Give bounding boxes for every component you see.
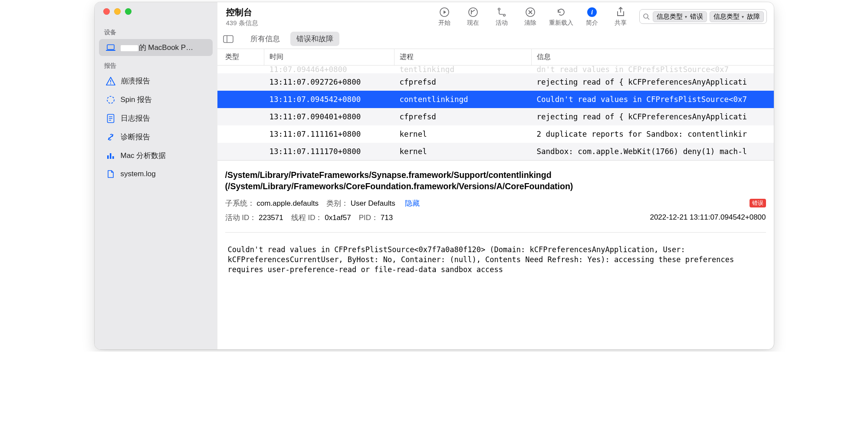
tools-icon: [106, 132, 115, 142]
svg-rect-1: [106, 50, 115, 51]
toolbar-clear[interactable]: 清除: [520, 6, 540, 27]
main-panel: 控制台 439 条信息 开始 现在 活动 清除 重新载入: [217, 2, 774, 349]
toolbar-activity[interactable]: 活动: [492, 6, 512, 27]
cell-time: 11:07.094464+0800: [264, 66, 395, 73]
minimize-button[interactable]: [114, 8, 121, 15]
toolbar-reload[interactable]: 重新载入: [549, 6, 573, 27]
category-label: 类别：: [326, 199, 349, 207]
zoom-button[interactable]: [125, 8, 132, 15]
search-field[interactable]: 信息类型 ▾ 错误 信息类型 ▾ 故障: [639, 9, 767, 24]
sidebar-toggle[interactable]: [223, 34, 234, 44]
close-button[interactable]: [103, 8, 110, 15]
hide-link[interactable]: 隐藏: [405, 198, 420, 208]
table-row[interactable]: 11:07.094464+0800tentlinkingddn't read v…: [217, 66, 774, 73]
svg-point-14: [498, 8, 500, 10]
search-token-1[interactable]: 信息类型 ▾ 错误: [653, 11, 707, 22]
cell-process: contentlinkingd: [395, 95, 532, 104]
redacted-name: [121, 45, 138, 51]
chart-icon: [106, 151, 115, 161]
divider: [225, 232, 766, 233]
toolbar-label: 开始: [438, 19, 450, 27]
cell-process: tentlinkingd: [395, 66, 532, 73]
table-row[interactable]: 13:11:07.111161+0800kernel2 duplicate re…: [217, 125, 774, 143]
app-window: 设备 的 MacBook P… 报告 崩溃报告 Spin 报告 日志报告: [95, 2, 774, 349]
table-row[interactable]: 13:11:07.090401+0800cfprefsdrejecting re…: [217, 108, 774, 125]
sidebar-item-label: 诊断报告: [121, 132, 150, 142]
toolbar-label: 清除: [524, 19, 536, 27]
cell-time: 13:11:07.094542+0800: [264, 95, 395, 104]
sidebar-item-label: 崩溃报告: [121, 76, 150, 86]
sidebar-item-analytics[interactable]: Mac 分析数据: [99, 147, 213, 164]
toolbar-now[interactable]: 现在: [463, 6, 483, 27]
file-lines-icon: [106, 114, 115, 123]
back-now-icon: [467, 6, 479, 18]
svg-rect-0: [107, 45, 114, 49]
sidebar-item-label: system.log: [121, 170, 156, 178]
activity-value: 223571: [259, 214, 283, 222]
cell-time: 13:11:07.111170+0800: [264, 147, 395, 156]
toolbar-label: 简介: [586, 19, 598, 27]
toolbar-start[interactable]: 开始: [434, 6, 454, 27]
sidebar-item-log[interactable]: 日志报告: [99, 110, 213, 127]
token-key: 信息类型: [713, 13, 740, 21]
search-token-2[interactable]: 信息类型 ▾ 故障: [710, 11, 764, 22]
sidebar-item-systemlog[interactable]: system.log: [99, 166, 213, 182]
cell-message: rejecting read of { kCFPreferencesAnyApp…: [532, 78, 774, 86]
table-row[interactable]: 13:11:07.094542+0800contentlinkingdCould…: [217, 91, 774, 108]
cell-message: 2 duplicate reports for Sandbox: content…: [532, 130, 774, 138]
svg-point-15: [503, 14, 505, 16]
cell-process: kernel: [395, 130, 532, 138]
cell-message: rejecting read of { kCFPreferencesAnyApp…: [532, 112, 774, 121]
th-process[interactable]: 进程: [395, 49, 532, 65]
svg-rect-21: [224, 36, 233, 43]
title-block: 控制台 439 条信息: [224, 5, 258, 28]
table-body: 11:07.094464+0800tentlinkingddn't read v…: [217, 66, 774, 160]
sidebar-item-label: 日志报告: [121, 113, 150, 123]
sidebar-item-spin[interactable]: Spin 报告: [99, 91, 213, 108]
reload-icon: [555, 6, 567, 18]
pid-value: 713: [381, 214, 393, 222]
th-type[interactable]: 类型: [217, 49, 264, 65]
cell-time: 13:11:07.111161+0800: [264, 130, 395, 138]
sidebar-item-device[interactable]: 的 MacBook P…: [99, 39, 213, 56]
tab-errors[interactable]: 错误和故障: [290, 32, 339, 46]
toolbar-label: 重新载入: [549, 19, 573, 27]
sidebar-item-crash[interactable]: 崩溃报告: [99, 72, 213, 89]
toolbar: 控制台 439 条信息 开始 现在 活动 清除 重新载入: [217, 2, 774, 29]
sidebar-item-label: Mac 分析数据: [121, 151, 166, 161]
tab-all[interactable]: 所有信息: [244, 32, 286, 46]
cell-time: 13:11:07.092726+0800: [264, 78, 395, 86]
th-message[interactable]: 信息: [532, 49, 774, 65]
toolbar-label: 共享: [615, 19, 627, 27]
th-time[interactable]: 时间: [264, 49, 395, 65]
toolbar-share[interactable]: 共享: [611, 6, 631, 27]
chevron-down-icon: ▾: [685, 14, 687, 19]
table-row[interactable]: 13:11:07.092726+0800cfprefsdrejecting re…: [217, 73, 774, 91]
token-key: 信息类型: [657, 13, 683, 21]
detail-line-1: 子系统： com.apple.defaults 类别： User Default…: [225, 198, 766, 208]
svg-rect-10: [110, 153, 112, 159]
subsystem-label: 子系统：: [225, 199, 255, 207]
toolbar-label: 活动: [496, 19, 508, 27]
svg-point-3: [110, 83, 111, 84]
cell-message: dn't read values in CFPrefsPlistSource<0…: [532, 66, 774, 73]
sidebar-section-devices: 设备: [95, 23, 217, 38]
sidebar-section-reports: 报告: [95, 57, 217, 72]
cell-message: Sandbox: com.apple.WebKit(1766) deny(1) …: [532, 147, 774, 156]
table-row[interactable]: 13:11:07.111170+0800kernelSandbox: com.a…: [217, 143, 774, 160]
subsystem-value: com.apple.defaults: [256, 199, 319, 207]
chevron-down-icon: ▾: [742, 14, 744, 19]
toolbar-label: 现在: [467, 19, 479, 27]
toolbar-info[interactable]: i 简介: [582, 6, 602, 27]
detail-line-2: 活动 ID： 223571 线程 ID： 0x1af57 PID： 713 20…: [225, 213, 766, 223]
cell-message: Couldn't read values in CFPrefsPlistSour…: [532, 95, 774, 104]
play-icon: [438, 6, 450, 18]
svg-rect-11: [112, 156, 114, 159]
category-value: User Defaults: [351, 199, 395, 207]
warning-icon: [106, 76, 115, 86]
table-header: 类型 时间 进程 信息: [217, 49, 774, 66]
token-value: 错误: [690, 13, 703, 21]
svg-line-20: [648, 18, 649, 20]
sidebar-item-diag[interactable]: 诊断报告: [99, 128, 213, 145]
detail-timestamp: 2022-12-21 13:11:07.094542+0800: [650, 213, 766, 222]
